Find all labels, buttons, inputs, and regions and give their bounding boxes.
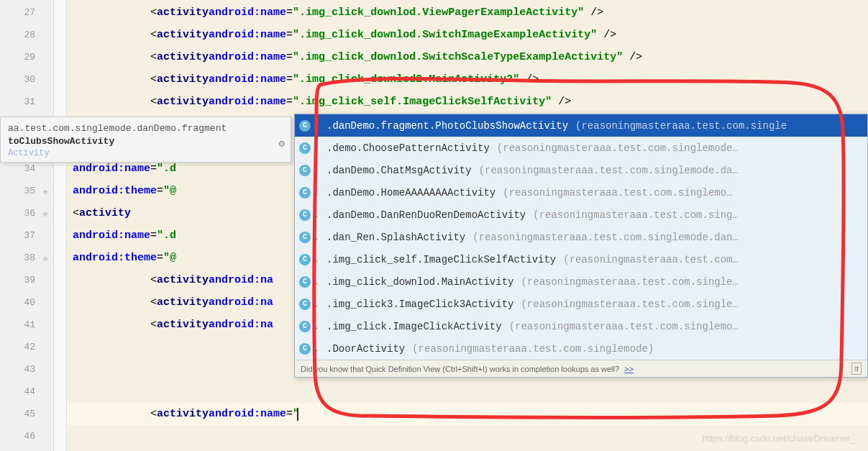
completion-hint: (reasoningmasteraaa.test.com.singlemode.… — [479, 165, 739, 176]
completion-hint: (reasoningmasteraaa.test.com.singlemode.… — [472, 232, 739, 243]
tip-link[interactable]: >> — [624, 365, 634, 373]
completion-item[interactable]: C↳.img_click_downlod.MainActivity(reason… — [295, 270, 867, 293]
fold-marker-icon[interactable]: ⊖ — [43, 255, 50, 262]
code-line-active[interactable]: <activity android:name=" — [67, 403, 868, 425]
completion-hint: (reasoningmasteraaa.test.com.single… — [521, 299, 738, 310]
gutter-line: 40 — [0, 291, 53, 314]
completion-item[interactable]: C↳.img_click3.ImageClick3Activity(reason… — [295, 293, 867, 315]
class-icon: C — [299, 343, 311, 355]
sub-icon: ↳ — [314, 323, 321, 330]
completion-hint: (reasoningmasteraaa.test.com.single — [575, 120, 787, 132]
completion-text: .img_click3.ImageClick3Activity — [326, 299, 513, 310]
gear-icon[interactable]: ⚙ — [279, 137, 285, 150]
sub-icon: ↳ — [314, 234, 321, 241]
completion-hint: (reasoningmasteraaa.test.com.sing… — [533, 209, 739, 221]
code-line[interactable]: <activity android:name=".img_click_downl… — [67, 46, 868, 68]
completion-hint: (reasoningmasteraaa.test.com.singlemode) — [412, 343, 654, 355]
gutter-line: 41 — [0, 314, 53, 336]
code-line[interactable] — [67, 381, 868, 403]
completion-text: .danDemo.DanRenDuoRenDemoActivity — [326, 209, 526, 221]
completion-item[interactable]: C↳.dan_Ren.SplashActivity(reasoningmaste… — [295, 226, 867, 248]
sub-icon: ↳ — [314, 167, 321, 174]
fold-marker-icon[interactable]: ⊖ — [43, 188, 50, 195]
gutter-line: 36⊖ — [0, 202, 53, 224]
gutter-line: 35⊖ — [0, 180, 53, 202]
class-icon: C — [299, 165, 311, 176]
completion-text: .danDemo.HomeAAAAAAAActivity — [326, 187, 495, 199]
class-icon: C — [299, 276, 311, 288]
tooltip-classname: toClubsShowActivity — [8, 136, 283, 147]
completion-item[interactable]: C↳.danDemo.fragment.PhotoClubsShowActivi… — [295, 114, 867, 137]
watermark: https://blog.csdn.net/chaseDreamer_ — [703, 433, 855, 444]
completion-hint: (reasoningmasteraaa.test.com.singlemo… — [509, 321, 739, 332]
sub-icon: ↳ — [314, 122, 321, 129]
completion-text: .danDemo.fragment.PhotoClubsShowActivity — [326, 120, 568, 132]
class-icon: C — [299, 254, 311, 265]
completion-hint: (reasoningmasteraaa.test.com… — [563, 254, 739, 265]
completion-text: .img_click.ImageClickActivity — [326, 321, 502, 332]
gutter-line: 45 — [0, 403, 53, 425]
completion-text: .img_click_downlod.MainActivity — [326, 276, 513, 288]
gutter-line: 37 — [0, 224, 53, 247]
completion-text: .demo.ChoosePatternActivity — [326, 142, 490, 154]
code-line[interactable]: <activity android:name=".img_click_downl… — [67, 1, 868, 24]
text-cursor — [297, 408, 298, 421]
gutter-line: 46 — [0, 425, 53, 447]
completion-hint: (reasoningmasteraaa.test.com.single… — [521, 276, 738, 288]
completion-text: .img_click_self.ImageClickSelfActivity — [326, 254, 556, 265]
sub-icon: ↳ — [314, 256, 321, 263]
gutter-line: 27 — [0, 1, 53, 24]
completion-item[interactable]: C↳.danDemo.DanRenDuoRenDemoActivity(reas… — [295, 204, 867, 226]
completion-item[interactable]: C↳.danDemo.ChatMsgActivity(reasoningmast… — [295, 159, 867, 181]
class-icon: C — [299, 120, 311, 132]
gutter-line: 28 — [0, 24, 53, 46]
completion-item[interactable]: C↳.danDemo.HomeAAAAAAAActivity(reasoning… — [295, 181, 867, 204]
class-icon: C — [299, 299, 311, 310]
completion-text: .dan_Ren.SplashActivity — [326, 232, 465, 243]
completion-item[interactable]: C↳.img_click_self.ImageClickSelfActivity… — [295, 248, 867, 270]
gutter-line: 31 — [0, 91, 53, 113]
sub-icon: ↳ — [314, 145, 321, 152]
line-number-gutter: 27 28 29 30 31 34 35⊖ 36⊖ 37 38⊖ 39 40 4… — [0, 0, 54, 451]
class-icon: C — [299, 209, 311, 221]
completion-text: .DoorActivity — [326, 343, 405, 355]
completion-tip-bar: Did you know that Quick Definition View … — [295, 360, 867, 377]
completion-item[interactable]: C↳.img_click.ImageClickActivity(reasonin… — [295, 315, 867, 337]
annotation-gutter — [54, 0, 67, 451]
tooltip-type: Activity — [8, 148, 283, 158]
completion-list[interactable]: C↳.danDemo.fragment.PhotoClubsShowActivi… — [295, 114, 867, 360]
gutter-line: 39 — [0, 269, 53, 291]
tooltip-package: aa.test.com.singlemode.danDemo.fragment — [8, 123, 283, 134]
code-line[interactable]: <activity android:name=".img_click_downl… — [67, 24, 868, 46]
fold-marker-icon[interactable]: ⊖ — [43, 210, 50, 217]
code-completion-popup[interactable]: C↳.danDemo.fragment.PhotoClubsShowActivi… — [294, 114, 868, 378]
sub-icon: ↳ — [314, 211, 321, 219]
tip-text: Did you know that Quick Definition View … — [301, 365, 619, 373]
gutter-line: 42 — [0, 336, 53, 358]
completion-item[interactable]: C↳.demo.ChoosePatternActivity(reasoningm… — [295, 137, 867, 159]
code-line[interactable]: <activity android:name=".img_click_downl… — [67, 68, 868, 91]
sub-icon: ↳ — [314, 345, 321, 352]
gutter-line: 43 — [0, 358, 53, 381]
class-icon: C — [299, 187, 311, 199]
completion-text: .danDemo.ChatMsgActivity — [326, 165, 472, 176]
code-line[interactable]: <activity android:name=".img_click_self.… — [67, 91, 868, 113]
pi-icon[interactable]: π — [851, 363, 862, 375]
completion-hint: (reasoningmasteraaa.test.com.singlemo… — [503, 187, 732, 199]
sub-icon: ↳ — [314, 189, 321, 196]
sub-icon: ↳ — [314, 278, 321, 286]
gutter-line: 38⊖ — [0, 247, 53, 269]
class-icon: C — [299, 321, 311, 332]
class-icon: C — [299, 142, 311, 154]
class-icon: C — [299, 232, 311, 243]
quick-doc-tooltip: aa.test.com.singlemode.danDemo.fragment … — [0, 117, 291, 163]
completion-hint: (reasoningmasteraaa.test.com.singlemode… — [497, 142, 739, 154]
completion-item[interactable]: C↳.DoorActivity(reasoningmasteraaa.test.… — [295, 337, 867, 360]
gutter-line: 29 — [0, 46, 53, 68]
sub-icon: ↳ — [314, 301, 321, 308]
gutter-line: 44 — [0, 381, 53, 403]
gutter-line: 30 — [0, 68, 53, 91]
